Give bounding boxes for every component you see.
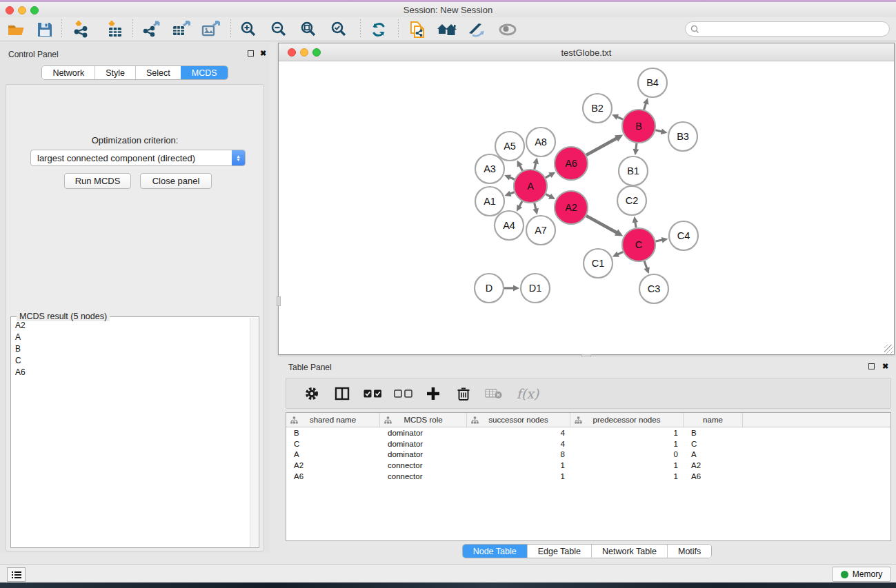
- graph-node-A5[interactable]: A5: [495, 132, 524, 161]
- float-panel-icon[interactable]: [248, 50, 254, 57]
- result-item-a6[interactable]: A6: [12, 366, 250, 378]
- open-session-icon[interactable]: [6, 19, 26, 40]
- graph-node-A8[interactable]: A8: [526, 128, 555, 156]
- result-item-a[interactable]: A: [12, 331, 250, 343]
- zoom-out-icon[interactable]: [269, 19, 290, 40]
- cell-mcds-role[interactable]: dominator: [380, 429, 467, 437]
- table-row-a2[interactable]: A2connector11A2: [286, 460, 890, 471]
- table-close-panel-icon[interactable]: ✖: [882, 363, 888, 369]
- graph-node-D[interactable]: D: [475, 274, 504, 303]
- edge-B-B2[interactable]: [612, 114, 623, 120]
- graph-node-A4[interactable]: A4: [495, 211, 524, 240]
- table-float-panel-icon[interactable]: [868, 363, 875, 369]
- export-image-icon[interactable]: [201, 19, 221, 40]
- graph-node-D1[interactable]: D1: [521, 274, 550, 303]
- graph-node-B[interactable]: B: [622, 110, 655, 143]
- edge-C-C2[interactable]: [633, 216, 639, 228]
- result-item-c[interactable]: C: [12, 354, 250, 366]
- tab-node-table[interactable]: Node Table: [463, 545, 527, 558]
- network-canvas[interactable]: B4B2BB3A8A5A6A3B1AA1C2A2A4A7C4CC1C3DD1: [279, 61, 893, 354]
- save-session-icon[interactable]: [34, 19, 55, 40]
- tab-mcds[interactable]: MCDS: [181, 66, 228, 79]
- graph-node-C2[interactable]: C2: [617, 186, 646, 215]
- cell-mcds-role[interactable]: dominator: [380, 440, 467, 448]
- cell-mcds-role[interactable]: connector: [380, 461, 467, 469]
- edge-C-C4[interactable]: [656, 237, 668, 243]
- edge-B-B1[interactable]: [633, 143, 639, 155]
- cell-name[interactable]: A2: [684, 461, 743, 469]
- cell-name[interactable]: B: [684, 429, 743, 437]
- column-header-mcds-role[interactable]: MCDS role: [380, 413, 467, 427]
- network-window-titlebar[interactable]: testGlobe.txt: [279, 43, 894, 61]
- search-input[interactable]: [699, 24, 889, 34]
- search-box[interactable]: [685, 21, 890, 37]
- edge-B-B4[interactable]: [643, 98, 648, 110]
- graph-node-C[interactable]: C: [622, 228, 655, 261]
- edge-A-A4[interactable]: [517, 201, 522, 212]
- cell-name[interactable]: C: [684, 440, 743, 448]
- export-network-icon[interactable]: [141, 19, 162, 40]
- task-history-button[interactable]: [7, 567, 26, 582]
- cell-mcds-role[interactable]: dominator: [380, 450, 467, 458]
- window-resize-grip[interactable]: [884, 345, 893, 354]
- cell-predecessor-nodes[interactable]: 0: [570, 450, 684, 458]
- edge-A-A5[interactable]: [517, 160, 523, 170]
- refresh-icon[interactable]: [368, 19, 389, 40]
- split-handle-left[interactable]: [277, 296, 281, 306]
- graph-node-C1[interactable]: C1: [584, 249, 613, 278]
- edge-A-A2[interactable]: [546, 194, 555, 199]
- graph-node-C3[interactable]: C3: [639, 274, 668, 303]
- cell-predecessor-nodes[interactable]: 1: [570, 461, 684, 469]
- cell-predecessor-nodes[interactable]: 1: [570, 440, 684, 448]
- select-all-columns-icon[interactable]: [357, 389, 388, 398]
- edge-C-C1[interactable]: [613, 252, 623, 257]
- zoom-fit-icon[interactable]: [299, 19, 319, 40]
- table-row-a[interactable]: Adominator80A: [286, 449, 890, 460]
- graph-node-B2[interactable]: B2: [583, 94, 612, 123]
- graph-node-A1[interactable]: A1: [475, 187, 504, 216]
- table-row-a6[interactable]: A6connector11A6: [286, 471, 890, 482]
- graph-node-A[interactable]: A: [514, 170, 547, 203]
- deselect-all-columns-icon[interactable]: [388, 389, 418, 398]
- cell-name[interactable]: A6: [684, 472, 743, 480]
- zoom-selected-icon[interactable]: [329, 19, 350, 40]
- column-header-name[interactable]: name: [684, 413, 743, 427]
- column-header-predecessor-nodes[interactable]: predecessor nodes: [570, 413, 684, 427]
- cell-successor-nodes[interactable]: 4: [467, 440, 570, 448]
- edge-D-D1[interactable]: [504, 285, 519, 292]
- cell-shared-name[interactable]: A: [286, 450, 380, 458]
- graph-node-A6[interactable]: A6: [555, 147, 588, 180]
- tab-network[interactable]: Network: [42, 66, 94, 79]
- settings-gear-icon[interactable]: [297, 386, 327, 401]
- cell-predecessor-nodes[interactable]: 1: [570, 429, 684, 437]
- table-row-c[interactable]: Cdominator41C: [286, 438, 890, 449]
- export-table-icon[interactable]: [171, 19, 192, 40]
- graph-node-A2[interactable]: A2: [555, 191, 588, 224]
- tab-style[interactable]: Style: [94, 66, 135, 79]
- graph-node-B4[interactable]: B4: [638, 68, 667, 97]
- column-header-shared-name[interactable]: shared name: [286, 413, 380, 427]
- graph-node-B1[interactable]: B1: [619, 156, 648, 185]
- cell-shared-name[interactable]: A2: [286, 461, 380, 469]
- cell-shared-name[interactable]: A6: [286, 472, 380, 480]
- graph-node-B3[interactable]: B3: [668, 122, 697, 151]
- zoom-in-icon[interactable]: [239, 19, 259, 40]
- close-panel-icon[interactable]: ✖: [260, 50, 266, 57]
- cell-successor-nodes[interactable]: 4: [467, 429, 570, 437]
- cell-shared-name[interactable]: B: [286, 429, 380, 437]
- graph-node-A7[interactable]: A7: [526, 216, 555, 245]
- column-header-successor-nodes[interactable]: successor nodes: [467, 413, 570, 427]
- import-table-icon[interactable]: [105, 19, 126, 40]
- result-item-a2[interactable]: A2: [12, 319, 250, 331]
- result-list-scrollbar[interactable]: [250, 318, 258, 547]
- edge-B-B3[interactable]: [655, 128, 667, 134]
- graph-node-C4[interactable]: C4: [669, 221, 698, 250]
- memory-button[interactable]: Memory: [832, 567, 891, 582]
- graph-node-A3[interactable]: A3: [475, 154, 504, 183]
- cell-successor-nodes[interactable]: 8: [467, 450, 570, 458]
- result-item-b[interactable]: B: [12, 343, 250, 354]
- new-network-icon[interactable]: [408, 19, 428, 40]
- cell-predecessor-nodes[interactable]: 1: [570, 472, 684, 480]
- table-row-b[interactable]: Bdominator41B: [286, 427, 890, 438]
- cell-successor-nodes[interactable]: 1: [467, 461, 570, 469]
